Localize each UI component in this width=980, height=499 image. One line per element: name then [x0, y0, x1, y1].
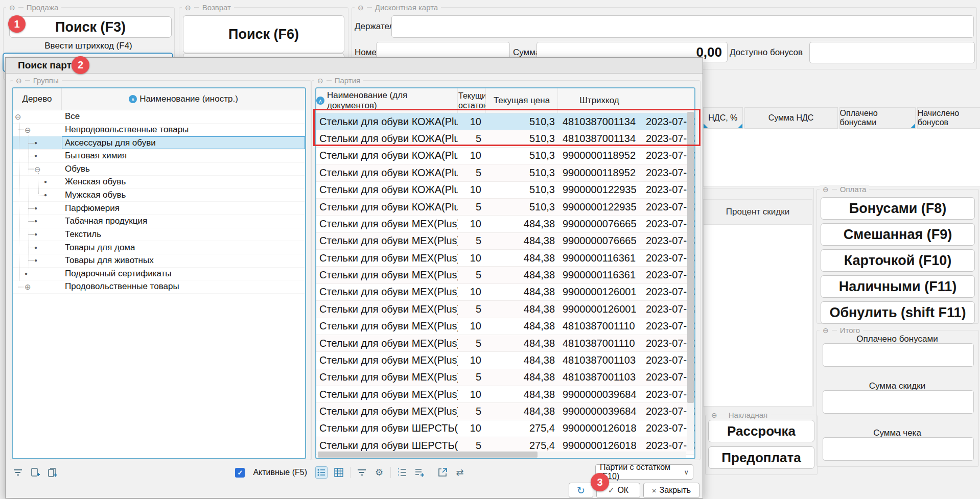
open-external-icon[interactable] [436, 466, 449, 479]
receipt-column-header[interactable]: Сумма НДС [744, 107, 838, 129]
batch-cell-date: 2023-07-10 [641, 320, 694, 332]
tree-row[interactable]: ●Товары для животных [13, 254, 305, 268]
dialog-titlebar[interactable]: Поиск партии [6, 58, 703, 74]
batch-cell-barcode: 9900000118952 [558, 167, 641, 179]
expand-icon[interactable]: ⊕ [25, 283, 31, 291]
tree-item-text: Непродовольственные товары [65, 125, 189, 135]
tree-row[interactable]: ●Бытовая химия [13, 150, 305, 163]
batch-table-row[interactable]: Стельки для обуви КОЖА(Plus5510,39900000… [316, 199, 694, 216]
payment-button[interactable]: Наличными (F11) [821, 275, 975, 298]
batch-table-row[interactable]: Стельки для обуви МЕХ(Plus) (10484,38990… [316, 250, 694, 267]
refund-search-button[interactable]: Поиск (F6) [183, 15, 344, 53]
batch-table-row[interactable]: Стельки для обуви МЕХ(Plus) (5484,389900… [316, 233, 694, 250]
batch-cell-qty: 10 [458, 218, 486, 230]
collapse-icon[interactable]: ⊖ [711, 412, 717, 419]
receipt-column-header[interactable]: Оплачено бонусами [839, 107, 916, 129]
scrollbar-thumb[interactable] [318, 452, 538, 458]
ok-button-label: ОК [617, 486, 628, 495]
totals-group-title: Итого [840, 326, 860, 335]
batch-table-row[interactable]: Стельки для обуви МЕХ(Plus) (5484,384810… [316, 335, 694, 352]
totals-field-input[interactable] [823, 437, 974, 461]
batch-table-row[interactable]: Стельки для обуви КОЖА(Plus5510,39900000… [316, 164, 694, 181]
collapse-icon[interactable]: ⊖ [15, 113, 21, 121]
tree-cell-node: ⊖ [13, 124, 62, 136]
tree-row[interactable]: ⊖Все [13, 110, 305, 124]
batch-table-row[interactable]: Стельки для обуви МЕХ(Plus) (10484,38990… [316, 216, 694, 232]
batch-table-row[interactable]: Стельки для обуви МЕХ(Plus) (10484,38481… [316, 318, 694, 335]
receipt-column-header[interactable]: НДС, % [703, 107, 743, 129]
receipt-column-header[interactable]: Начислено бонусов [917, 107, 980, 129]
receipt-table-body[interactable] [703, 129, 980, 187]
vertical-scrollbar[interactable] [687, 112, 694, 450]
numbered-list-icon[interactable] [396, 466, 408, 479]
batch-table-row[interactable]: Стельки для обуви МЕХ(Plus) (10484,38990… [316, 284, 694, 301]
batch-table-row[interactable]: Стельки для обуви МЕХ(Plus) (5484,389900… [316, 301, 694, 318]
batch-table-row[interactable]: Стельки для обуви ШЕРСТЬ(Pl10275,4990000… [316, 420, 694, 437]
payment-button[interactable]: Бонусами (F8) [821, 197, 975, 220]
list-view-icon[interactable] [315, 466, 328, 479]
batch-table-row[interactable]: Стельки для обуви МЕХ(Plus) (10484,38481… [316, 352, 694, 369]
invoice-button[interactable]: Рассрочка [708, 420, 814, 442]
tree-row[interactable]: ⊖Обувь [13, 163, 305, 176]
payment-button[interactable]: Обнулить (shift F11) [821, 301, 975, 324]
totals-field-input[interactable] [823, 343, 974, 367]
tree-row[interactable]: ●Подарочный сертификаты [13, 268, 305, 281]
leaf-node-icon: ● [34, 258, 37, 263]
batch-table-row[interactable]: Стельки для обуви МЕХ(Plus) (5484,384810… [316, 369, 694, 386]
tree-row[interactable]: ●Товары для дома [13, 241, 305, 254]
tree-row[interactable]: ●Текстиль [13, 228, 305, 242]
collapse-icon[interactable]: ⊖ [358, 4, 364, 11]
tree-row[interactable]: ●Аксессуары для обуви [13, 136, 305, 150]
batch-table-row[interactable]: Стельки для обуви КОЖА(Plus10510,3990000… [316, 148, 694, 164]
collapse-icon[interactable]: ⊖ [16, 77, 22, 84]
collapse-icon[interactable]: ⊖ [185, 4, 191, 11]
active-checkbox[interactable]: ✓ [235, 468, 245, 478]
settings-gear-icon[interactable]: ⚙ [373, 466, 385, 479]
collapse-icon[interactable]: ⊖ [317, 77, 323, 84]
tree-row[interactable]: ●Женская обувь [13, 176, 305, 189]
enter-barcode-button[interactable]: Ввести штрихкод (F4) [3, 41, 174, 51]
batch-table-row[interactable]: Стельки для обуви КОЖА(Plus10510,3990000… [316, 182, 694, 199]
scrollbar-thumb[interactable] [687, 112, 694, 403]
tree-cell-node: ● [13, 268, 62, 280]
tree-row[interactable]: ⊕Продовольственные товары [13, 280, 305, 294]
filter-icon[interactable] [356, 466, 368, 479]
tree-cell-node: ● [13, 202, 62, 215]
add-records-icon[interactable] [46, 466, 59, 479]
collapse-icon[interactable]: ⊖ [823, 186, 829, 193]
filter-icon[interactable] [12, 466, 24, 479]
column-header-tree[interactable]: Дерево [13, 88, 62, 110]
tree-row[interactable]: ⊖Непродовольственные товары [13, 124, 305, 137]
collapse-icon[interactable]: ⊖ [9, 4, 15, 11]
batch-table-row[interactable]: Стельки для обуви МЕХ(Plus) (10484,38990… [316, 386, 694, 403]
collapse-icon[interactable]: ⊖ [25, 126, 31, 133]
close-button[interactable]: × Закрыть [643, 483, 699, 498]
sale-search-button[interactable]: Поиск (F3) [9, 16, 172, 38]
add-record-icon[interactable] [29, 466, 41, 479]
repeat-sync-icon[interactable]: ⇄ [454, 466, 466, 479]
totals-field-input[interactable] [823, 390, 974, 414]
tree-row[interactable]: ●Мужская обувь [13, 189, 305, 202]
tree-row[interactable]: ●Парфюмерия [13, 202, 305, 215]
collapse-icon[interactable]: ⊖ [823, 327, 829, 334]
holder-input[interactable] [391, 15, 974, 38]
payment-button[interactable]: Карточкой (F10) [821, 249, 975, 272]
payment-button[interactable]: Смешанная (F9) [821, 223, 975, 246]
refresh-button[interactable]: ↻ [569, 483, 593, 498]
column-header-name[interactable]: ∧ Наименование (иностр.) [62, 88, 305, 110]
batch-table-row[interactable]: Стельки для обуви МЕХ(Plus) (5484,389900… [316, 267, 694, 283]
batch-cell-barcode: 9900000118952 [558, 150, 641, 161]
grid-view-icon[interactable] [333, 466, 345, 479]
receipt-column-header-label: Начислено бонусов [918, 109, 980, 127]
available-bonus-input[interactable] [809, 42, 975, 63]
tree-row[interactable]: ●Табачная продукция [13, 215, 305, 228]
batch-cell-name: Стельки для обуви КОЖА(Plus [316, 184, 458, 196]
collapse-icon[interactable]: ⊖ [34, 165, 41, 173]
batch-cell-name: Стельки для обуви МЕХ(Plus) ( [316, 252, 458, 264]
invoice-button[interactable]: Предоплата [708, 446, 814, 469]
batch-filter-select[interactable]: Партии с остатком (F10) ∨ [595, 464, 693, 480]
horizontal-scrollbar[interactable] [317, 452, 686, 458]
add-to-list-icon[interactable] [413, 466, 426, 479]
batch-table-row[interactable]: Стельки для обуви МЕХ(Plus) (5484,389900… [316, 403, 694, 420]
batch-cell-barcode: 9900000126018 [558, 422, 641, 434]
